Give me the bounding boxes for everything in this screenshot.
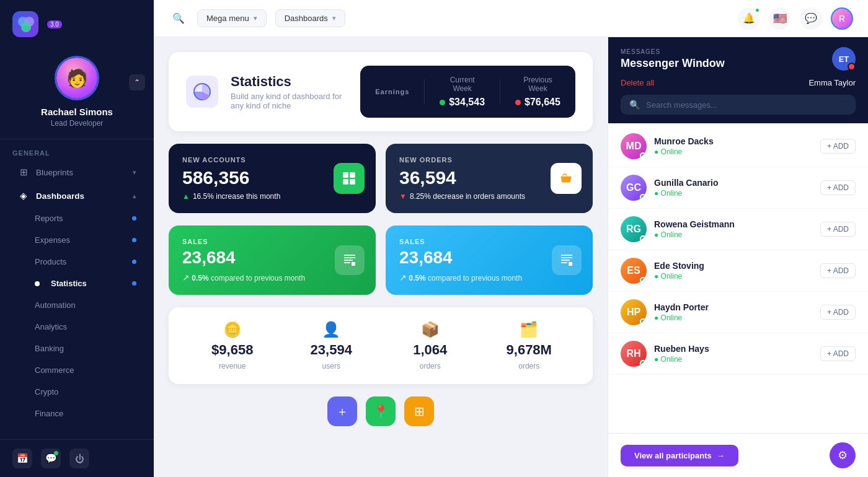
total-orders-value: 9,678M <box>507 342 552 358</box>
blueprints-icon: ⊞ <box>17 167 30 178</box>
contact-name: Haydn Porter <box>654 302 813 312</box>
contact-avatar: MD <box>621 133 647 159</box>
active-user-avatar[interactable]: ET <box>832 47 856 71</box>
contact-status: ● Online <box>654 230 813 239</box>
sidebar-bottom-bar: 📅 💬 ⏻ <box>0 439 154 477</box>
message-icon-btn[interactable]: 💬 <box>41 449 61 468</box>
contact-status: ● Online <box>654 272 813 281</box>
new-orders-sub: ▼ 8.25% decrease in orders amounts <box>399 192 579 201</box>
sidebar-item-label: Commerce <box>35 365 136 375</box>
contact-status: ● Online <box>654 147 813 156</box>
add-contact-button[interactable]: + ADD <box>820 305 856 320</box>
metric-cards-row: NEW ACCOUNTS 586,356 ▲ 16.5% increase th… <box>169 144 593 213</box>
add-contact-button[interactable]: + ADD <box>820 139 856 154</box>
list-item[interactable]: MD Munroe Dacks ● Online + ADD <box>608 126 868 167</box>
sidebar-item-statistics[interactable]: Statistics <box>5 273 149 294</box>
sidebar-section-label: GENERAL <box>0 139 154 160</box>
list-item[interactable]: ES Ede Stoving ● Online + ADD <box>608 250 868 292</box>
location-action-button[interactable]: 📍 <box>366 396 396 426</box>
previous-week-col: Previous Week $76,645 <box>515 76 560 108</box>
search-icon: 🔍 <box>629 100 640 110</box>
contact-name: Rowena Geistmann <box>654 219 813 229</box>
app-logo-icon <box>12 11 38 37</box>
left-panel: Statistics Build any kind of dashboard f… <box>154 37 608 477</box>
add-contact-button[interactable]: + ADD <box>820 222 856 237</box>
chat-button[interactable]: 💬 <box>800 7 822 30</box>
view-all-participants-button[interactable]: View all participants → <box>621 445 738 466</box>
sidebar-item-automation[interactable]: Automation <box>5 295 149 315</box>
current-user-label: Emma Taylor <box>808 78 856 87</box>
power-icon-btn[interactable]: ⏻ <box>69 449 89 468</box>
red-dot <box>515 100 521 105</box>
contact-status: ● Online <box>654 189 813 198</box>
earnings-card: Earnings Current Week $34,543 P <box>360 66 575 118</box>
total-orders-label: orders <box>518 362 539 370</box>
current-week-col: Current Week $34,543 <box>440 76 485 108</box>
previous-week-value: $76,645 <box>515 97 560 108</box>
user-avatar-button[interactable]: R <box>831 7 853 30</box>
chevron-up-icon: ▴ <box>133 192 136 200</box>
current-week-value: $34,543 <box>440 97 485 108</box>
list-item[interactable]: GC Gunilla Canario ● Online + ADD <box>608 167 868 209</box>
add-contact-button[interactable]: + ADD <box>820 263 856 278</box>
dashboards-label: Dashboards <box>285 14 328 23</box>
sidebar-item-banking[interactable]: Banking <box>5 338 149 359</box>
sidebar-item-label: Statistics <box>51 279 126 288</box>
sidebar-item-products[interactable]: Products <box>5 252 149 272</box>
calendar-icon-btn[interactable]: 📅 <box>12 449 32 468</box>
sidebar-item-analytics[interactable]: Analytics <box>5 317 149 337</box>
language-button[interactable]: 🇺🇸 <box>769 7 791 30</box>
online-indicator <box>640 152 646 159</box>
mega-menu-button[interactable]: Mega menu ▾ <box>197 9 267 27</box>
earnings-section-label: Earnings <box>375 88 409 95</box>
current-week-label: Current Week <box>440 76 485 93</box>
contact-info: Munroe Dacks ● Online <box>654 136 813 156</box>
list-item[interactable]: RH Rueben Hays ● Online + ADD <box>608 333 868 375</box>
svg-rect-4 <box>343 172 348 178</box>
sidebar-item-crypto[interactable]: Crypto <box>5 382 149 402</box>
messenger-panel: MESSAGES Messenger Window ET Delete all … <box>608 37 868 477</box>
contact-status: ● Online <box>654 313 813 322</box>
new-orders-card: NEW ORDERS 36,594 ▼ 8.25% decrease in or… <box>386 144 593 213</box>
page-body: Statistics Build any kind of dashboard f… <box>154 37 868 477</box>
main-content: 🔍 Mega menu ▾ Dashboards ▾ 🔔 🇺🇸 💬 R <box>154 0 868 477</box>
notifications-button[interactable]: 🔔 <box>738 7 760 30</box>
messenger-header: MESSAGES Messenger Window ET <box>608 37 868 78</box>
messenger-title-group: MESSAGES Messenger Window <box>621 48 725 70</box>
svg-rect-8 <box>352 262 355 266</box>
contact-info: Gunilla Canario ● Online <box>654 178 813 198</box>
orders-label: orders <box>420 362 441 370</box>
revenue-icon: 🪙 <box>223 321 242 338</box>
svg-rect-5 <box>350 172 355 178</box>
list-item[interactable]: HP Haydn Porter ● Online + ADD <box>608 292 868 333</box>
orders-icon: 📦 <box>421 321 440 338</box>
search-icon[interactable]: 🔍 <box>169 9 188 28</box>
sidebar-item-expenses[interactable]: Expenses <box>5 230 149 250</box>
orders-value: 1,064 <box>413 342 447 358</box>
delete-all-button[interactable]: Delete all <box>621 78 654 87</box>
new-accounts-label: NEW ACCOUNTS <box>182 156 362 164</box>
message-search-input[interactable] <box>646 100 847 110</box>
sidebar-item-blueprints[interactable]: ⊞ Blueprints ▾ <box>5 161 149 183</box>
contact-avatar: RH <box>621 341 647 367</box>
sales-icon-blue <box>552 245 582 275</box>
contact-info: Ede Stoving ● Online <box>654 261 813 281</box>
sidebar-item-reports[interactable]: Reports <box>5 208 149 229</box>
add-action-button[interactable]: ＋ <box>327 396 357 426</box>
sidebar-item-dashboards[interactable]: ◈ Dashboards ▴ <box>5 185 149 207</box>
svg-rect-9 <box>569 262 572 266</box>
contact-info: Rowena Geistmann ● Online <box>654 219 813 239</box>
settings-button[interactable]: ⚙ <box>830 442 856 468</box>
add-contact-button[interactable]: + ADD <box>820 180 856 195</box>
divider <box>500 79 500 104</box>
add-contact-button[interactable]: + ADD <box>820 346 856 361</box>
sidebar-item-label: Reports <box>35 214 126 223</box>
list-item[interactable]: RG Rowena Geistmann ● Online + ADD <box>608 209 868 250</box>
users-icon: 👤 <box>322 321 340 338</box>
dashboards-button[interactable]: Dashboards ▾ <box>275 9 345 27</box>
contact-info: Rueben Hays ● Online <box>654 344 813 364</box>
sidebar-collapse-button[interactable]: ⌃ <box>129 74 145 90</box>
sidebar-item-commerce[interactable]: Commerce <box>5 360 149 380</box>
table-action-button[interactable]: ⊞ <box>404 396 434 426</box>
sidebar-item-finance[interactable]: Finance <box>5 403 149 424</box>
